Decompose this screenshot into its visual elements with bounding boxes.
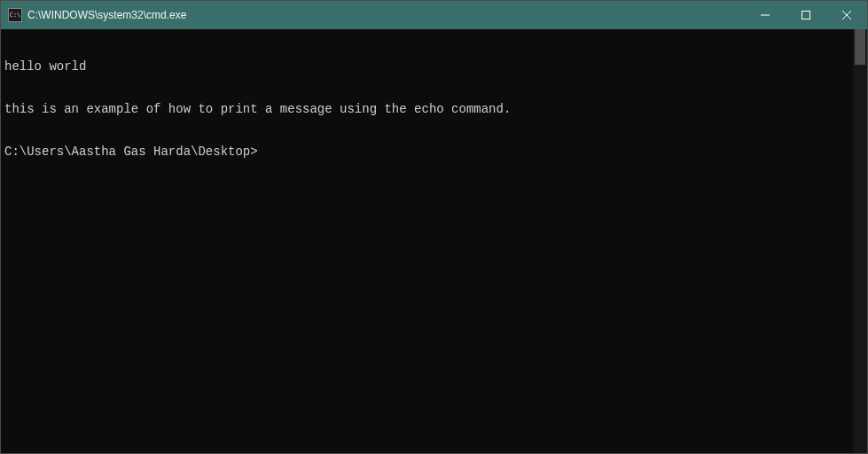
cmd-icon-text: C:\ — [10, 12, 21, 19]
cmd-icon: C:\ — [8, 8, 22, 22]
cmd-window: C:\ C:\WINDOWS\system32\cmd.exe hello wo… — [0, 0, 868, 454]
svg-rect-1 — [802, 12, 810, 20]
close-icon — [842, 11, 851, 20]
titlebar[interactable]: C:\ C:\WINDOWS\system32\cmd.exe — [1, 1, 867, 29]
maximize-icon — [802, 11, 810, 20]
maximize-button[interactable] — [786, 1, 826, 29]
vertical-scrollbar[interactable] — [853, 29, 867, 453]
content-area: hello world this is an example of how to… — [1, 29, 867, 453]
minimize-icon — [761, 11, 770, 20]
scrollbar-thumb[interactable] — [855, 29, 865, 65]
terminal-prompt: C:\Users\Aastha Gas Harda\Desktop> — [4, 145, 849, 159]
close-button[interactable] — [826, 1, 867, 29]
window-title: C:\WINDOWS\system32\cmd.exe — [27, 9, 186, 21]
minimize-button[interactable] — [745, 1, 786, 29]
terminal-line: hello world — [4, 59, 849, 74]
terminal-line: this is an example of how to print a mes… — [4, 102, 849, 116]
terminal-output[interactable]: hello world this is an example of how to… — [1, 29, 853, 453]
